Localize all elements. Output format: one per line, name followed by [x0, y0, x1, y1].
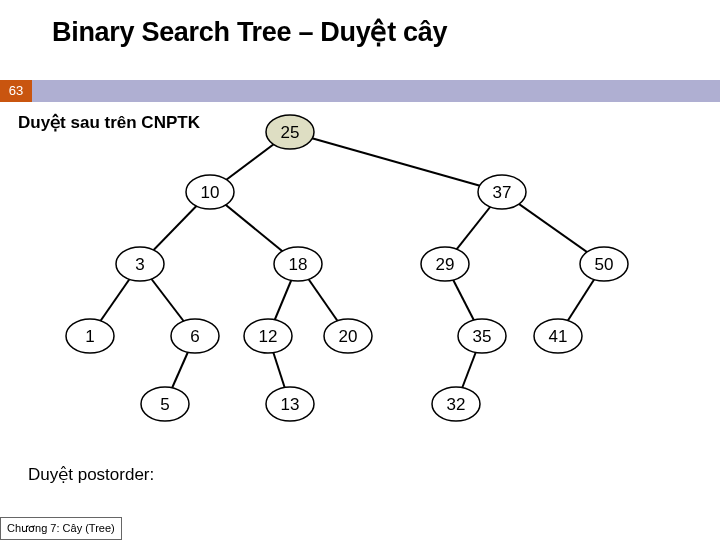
node-label-12: 12	[259, 327, 278, 346]
page-number-badge: 63	[0, 80, 32, 102]
node-label-10: 10	[201, 183, 220, 202]
node-label-18: 18	[289, 255, 308, 274]
node-label-1: 1	[85, 327, 94, 346]
node-5: 5	[141, 387, 189, 421]
node-18: 18	[274, 247, 322, 281]
header-band	[0, 80, 720, 102]
node-label-3: 3	[135, 255, 144, 274]
bst-diagram: 25 10 37 3 18 29 50 1 6 12 20 35 41 5 13…	[0, 104, 720, 464]
node-29: 29	[421, 247, 469, 281]
node-label-6: 6	[190, 327, 199, 346]
node-label-41: 41	[549, 327, 568, 346]
node-label-50: 50	[595, 255, 614, 274]
edges-group	[90, 132, 604, 404]
edge-25-37	[290, 132, 502, 192]
node-1: 1	[66, 319, 114, 353]
node-12: 12	[244, 319, 292, 353]
node-label-20: 20	[339, 327, 358, 346]
node-35: 35	[458, 319, 506, 353]
node-label-32: 32	[447, 395, 466, 414]
footer-chapter: Chương 7: Cây (Tree)	[0, 517, 122, 540]
slide-title: Binary Search Tree – Duyệt cây	[52, 16, 447, 48]
node-32: 32	[432, 387, 480, 421]
node-10: 10	[186, 175, 234, 209]
node-25: 25	[266, 115, 314, 149]
node-label-25: 25	[281, 123, 300, 142]
node-label-13: 13	[281, 395, 300, 414]
node-37: 37	[478, 175, 526, 209]
node-6: 6	[171, 319, 219, 353]
node-label-5: 5	[160, 395, 169, 414]
node-label-37: 37	[493, 183, 512, 202]
node-13: 13	[266, 387, 314, 421]
node-20: 20	[324, 319, 372, 353]
postorder-label: Duyệt postorder:	[28, 464, 154, 485]
node-label-35: 35	[473, 327, 492, 346]
node-3: 3	[116, 247, 164, 281]
nodes-group: 25 10 37 3 18 29 50 1 6 12 20 35 41 5 13…	[66, 115, 628, 421]
slide: Binary Search Tree – Duyệt cây 63 Duyệt …	[0, 0, 720, 540]
node-label-29: 29	[436, 255, 455, 274]
node-41: 41	[534, 319, 582, 353]
node-50: 50	[580, 247, 628, 281]
